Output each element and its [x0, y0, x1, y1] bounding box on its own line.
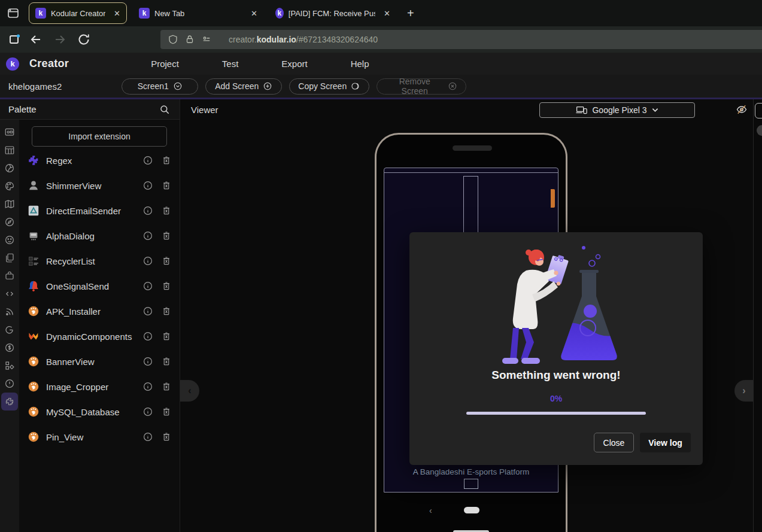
visibility-toggle-icon[interactable]	[736, 104, 748, 115]
permissions-icon[interactable]	[201, 34, 212, 45]
screen-tagline-label[interactable]: A Bangladeshi E-sports Platform	[384, 467, 558, 476]
extension-name[interactable]: MySQL_Database	[46, 407, 142, 417]
extension-row[interactable]: BannerView	[19, 349, 180, 374]
firefox-view-icon[interactable]	[6, 6, 20, 20]
close-button[interactable]: Close	[594, 433, 634, 452]
extension-name[interactable]: Regex	[46, 156, 142, 166]
extension-name[interactable]: Image_Cropper	[46, 382, 142, 392]
extension-name[interactable]: AlphaDialog	[46, 231, 142, 241]
info-icon[interactable]	[142, 381, 153, 392]
category-layout-icon[interactable]	[1, 141, 18, 159]
search-icon[interactable]	[159, 104, 170, 115]
extension-row[interactable]: DirectEmailSender	[19, 198, 180, 223]
category-storage-icon[interactable]	[1, 249, 18, 267]
viewer-prev-button[interactable]: ‹	[180, 380, 199, 402]
category-media-icon[interactable]	[1, 159, 18, 177]
extension-name[interactable]: APK_Installer	[46, 306, 142, 317]
category-utilities-icon[interactable]	[1, 267, 18, 285]
tab-close-icon[interactable]: ✕	[375, 9, 390, 18]
category-social-icon[interactable]	[1, 231, 18, 249]
add-screen-button[interactable]: Add Screen	[205, 78, 282, 95]
trash-icon[interactable]	[161, 356, 172, 367]
tab-close-icon[interactable]: ✕	[242, 9, 257, 18]
info-icon[interactable]	[142, 256, 153, 266]
new-tab-button[interactable]: +	[402, 7, 419, 20]
category-extensions-icon[interactable]	[1, 393, 18, 411]
collapsed-panel-handle[interactable]	[757, 125, 762, 136]
extension-row[interactable]: MySQL_Database	[19, 399, 180, 424]
browser-tab[interactable]: kNew Tab✕	[133, 2, 263, 24]
extension-name[interactable]: RecyclerList	[46, 256, 142, 266]
category-user-interface-icon[interactable]	[1, 123, 18, 141]
copy-screen-button[interactable]: Copy Screen	[289, 78, 369, 95]
info-icon[interactable]	[142, 230, 153, 241]
info-icon[interactable]	[142, 155, 153, 166]
trash-icon[interactable]	[161, 155, 172, 166]
category-experimental-icon[interactable]	[1, 375, 18, 393]
trash-icon[interactable]	[161, 381, 172, 392]
browser-tab[interactable]: kKodular Creator✕	[29, 2, 127, 24]
window-icon[interactable]	[7, 32, 22, 47]
info-icon[interactable]	[142, 406, 153, 417]
trash-icon[interactable]	[161, 306, 172, 317]
collapsed-panel-button[interactable]	[755, 103, 762, 118]
extension-row[interactable]: OneSignalSend	[19, 273, 180, 299]
trash-icon[interactable]	[161, 331, 172, 342]
view-log-button[interactable]: View log	[640, 433, 691, 452]
extension-name[interactable]: DynamicComponents	[46, 332, 142, 342]
viewer-next-button[interactable]: ›	[734, 380, 754, 402]
info-icon[interactable]	[142, 431, 153, 442]
extension-name[interactable]: Pin_View	[46, 432, 142, 442]
nav-menu-help[interactable]: Help	[351, 59, 369, 69]
info-icon[interactable]	[142, 356, 153, 367]
screen-titlebar-outline[interactable]	[384, 168, 558, 173]
trash-icon[interactable]	[161, 256, 172, 266]
extension-row[interactable]: Image_Cropper	[19, 374, 180, 399]
nav-menu-export[interactable]: Export	[281, 59, 307, 69]
back-button[interactable]	[29, 32, 43, 47]
category-monetization-icon[interactable]	[1, 339, 18, 357]
nav-menu-project[interactable]: Project	[151, 59, 179, 69]
reload-button[interactable]	[77, 32, 91, 47]
kodular-logo-icon[interactable]: k	[6, 57, 19, 71]
shield-icon[interactable]	[168, 34, 178, 45]
nav-menu-test[interactable]: Test	[222, 59, 239, 69]
trash-icon[interactable]	[161, 406, 172, 417]
extension-row[interactable]: AlphaDialog	[19, 223, 180, 248]
extension-name[interactable]: OneSignalSend	[46, 281, 142, 291]
address-bar[interactable]: creator.kodular.io/#6721348320624640	[160, 30, 762, 49]
extension-name[interactable]: DirectEmailSender	[46, 206, 142, 216]
lock-icon[interactable]	[184, 34, 195, 45]
info-icon[interactable]	[142, 281, 153, 291]
category-google-icon[interactable]	[1, 321, 18, 339]
extension-name[interactable]: ShimmerView	[46, 181, 142, 191]
trash-icon[interactable]	[161, 180, 172, 191]
screen-checkbox-component[interactable]	[464, 479, 478, 489]
trash-icon[interactable]	[161, 281, 172, 291]
category-sensors-icon[interactable]	[1, 213, 18, 231]
category-logic-icon[interactable]	[1, 285, 18, 303]
extension-row[interactable]: Regex	[19, 148, 180, 173]
forward-button[interactable]	[53, 32, 67, 47]
extension-row[interactable]: ShimmerView	[19, 173, 180, 198]
extension-row[interactable]: DynamicComponents	[19, 324, 180, 349]
trash-icon[interactable]	[161, 431, 172, 442]
import-extension-button[interactable]: Import extension	[32, 126, 167, 147]
trash-icon[interactable]	[161, 205, 172, 216]
category-connectivity-icon[interactable]	[1, 303, 18, 321]
tab-close-icon[interactable]: ✕	[105, 9, 120, 18]
extension-name[interactable]: BannerView	[46, 357, 142, 367]
extension-row[interactable]: RecyclerList	[19, 248, 180, 273]
info-icon[interactable]	[142, 331, 153, 342]
trash-icon[interactable]	[161, 230, 172, 241]
category-maps-icon[interactable]	[1, 195, 18, 213]
category-advanced-icon[interactable]	[1, 357, 18, 375]
info-icon[interactable]	[142, 180, 153, 191]
info-icon[interactable]	[142, 306, 153, 317]
category-drawing-animation-icon[interactable]	[1, 177, 18, 195]
extension-row[interactable]: Pin_View	[19, 424, 180, 449]
extension-row[interactable]: APK_Installer	[19, 299, 180, 324]
device-selector[interactable]: Google Pixel 3	[539, 102, 695, 118]
browser-tab[interactable]: k[PAID] FCM: Receive Push Notifi✕	[269, 2, 396, 24]
screen1-button[interactable]: Screen1	[122, 78, 198, 95]
